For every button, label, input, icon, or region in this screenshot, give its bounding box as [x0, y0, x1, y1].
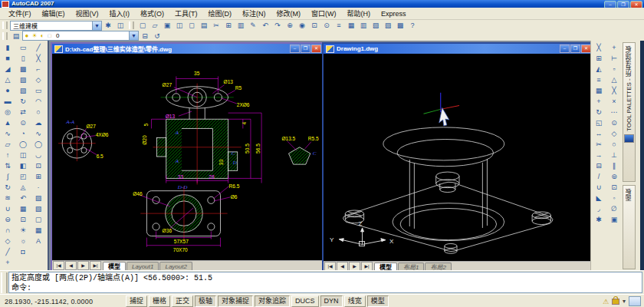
publish-icon[interactable]: ▤	[198, 20, 210, 31]
region-icon[interactable]: ▢	[31, 214, 45, 225]
zoom-realtime-icon[interactable]: ◉	[296, 20, 308, 31]
menu-edit[interactable]: 编辑(E)	[37, 8, 71, 19]
subtract-icon[interactable]: ⊖	[1, 214, 15, 225]
sun-properties-icon[interactable]: ☼	[16, 236, 30, 246]
cylinder-icon[interactable]: ▬	[1, 96, 15, 107]
conceptual-icon[interactable]: ▧	[16, 85, 30, 96]
3d-wireframe-icon[interactable]: ▯	[16, 53, 30, 64]
free-orbit-icon[interactable]: ◯	[16, 139, 30, 150]
line-icon[interactable]: ╱	[31, 42, 45, 53]
iso-view-icon[interactable]: ◬	[16, 182, 30, 193]
chamfer-icon[interactable]: ◣	[592, 193, 606, 203]
menu-insert[interactable]: 插入(I)	[104, 8, 136, 19]
wedge-icon[interactable]: ◢	[1, 64, 15, 74]
sheet-set-manager-icon[interactable]: ▧	[370, 20, 382, 31]
snap-midpoint-icon[interactable]: △	[607, 74, 621, 85]
polysolid-icon[interactable]: ▮	[1, 42, 15, 53]
snap-intersection-icon[interactable]: ╳	[607, 85, 621, 96]
markup-set-manager-icon[interactable]: ▨	[382, 20, 394, 31]
chevron-down-icon[interactable]: ▼	[129, 31, 138, 40]
explode-icon[interactable]: ✱	[592, 214, 606, 225]
revolve-icon[interactable]: ↻	[1, 182, 15, 193]
doc-minimize-button[interactable]: –	[560, 45, 570, 53]
quickcalc-icon[interactable]: ▩	[394, 20, 406, 31]
layer-freeze-icon[interactable]: ☀	[31, 32, 38, 39]
make-object-layer-current-icon[interactable]: ⊟	[139, 31, 151, 41]
tool-palettes-bar[interactable]: TOOL PALETTES - 所有选项板	[623, 42, 636, 182]
doc-close-button[interactable]: ✕	[311, 45, 321, 53]
snap-quadrant-icon[interactable]: ◇	[607, 128, 621, 139]
properties-palette-icon[interactable]: ≡	[333, 20, 345, 31]
box-icon[interactable]: ■	[1, 53, 15, 64]
snap-endpoint-icon[interactable]: ▫	[607, 64, 621, 74]
toolbar-grip[interactable]	[2, 21, 8, 29]
toggle-snap[interactable]: 捕捉	[126, 295, 147, 307]
snap-perpendicular-icon[interactable]: ⊥	[607, 150, 621, 160]
snap-none-icon[interactable]: ∅	[607, 203, 621, 214]
designcenter-icon[interactable]: ▦	[345, 20, 357, 31]
extract-edges-icon[interactable]: ◇	[1, 236, 15, 246]
table-icon[interactable]: ▦	[31, 225, 45, 236]
offset-icon[interactable]: ≡	[592, 74, 606, 85]
toggle-lwt[interactable]: 线宽	[344, 295, 366, 307]
menu-format[interactable]: 格式(O)	[135, 8, 169, 19]
arc-icon[interactable]: ◠	[31, 96, 45, 107]
pyramid-icon[interactable]: ▲	[1, 117, 15, 128]
menu-help[interactable]: 帮助(H)	[342, 8, 376, 19]
loft-icon[interactable]: ≋	[1, 193, 15, 203]
materials-icon[interactable]: ◘	[16, 246, 30, 257]
constrained-orbit-icon[interactable]: ◔	[16, 128, 30, 139]
qnew-icon[interactable]: ▢	[136, 20, 149, 31]
walk-icon[interactable]: ⇄	[16, 107, 30, 117]
insert-block-icon[interactable]: ⊡	[31, 160, 45, 171]
gradient-icon[interactable]: ▧	[31, 203, 45, 214]
mtext-icon[interactable]: A	[31, 236, 45, 246]
2d-wireframe-icon[interactable]: ▭	[16, 42, 30, 53]
hatch-icon[interactable]: ▨	[31, 193, 45, 203]
ellipse-arc-icon[interactable]: ◡	[31, 150, 45, 160]
array-icon[interactable]: ▦	[592, 85, 606, 96]
move-icon[interactable]: +	[592, 96, 606, 107]
break-at-point-icon[interactable]: ⊟	[592, 160, 606, 171]
snap-center-icon[interactable]: ⊙	[607, 117, 621, 128]
status-menu-chevron-icon[interactable]: ▾	[623, 298, 626, 305]
top-view-icon[interactable]: ◰	[16, 171, 30, 182]
intersect-icon[interactable]: ∩	[1, 225, 15, 236]
swivel-icon[interactable]: ↻	[16, 96, 30, 107]
zoom-window-icon[interactable]: ⊡	[308, 20, 320, 31]
toolbar-grip[interactable]	[2, 32, 8, 40]
left-doc-titlebar[interactable]: D:\xh-cad整理\三维实体造型\零件.dwg – ❐ ✕	[52, 44, 322, 54]
snap-tangent-icon[interactable]: ○	[607, 139, 621, 150]
torus-icon[interactable]: ◎	[1, 107, 15, 117]
point-icon[interactable]: ·	[31, 182, 45, 193]
menu-tools[interactable]: 工具(T)	[169, 8, 203, 19]
rectangle-icon[interactable]: ▭	[31, 85, 45, 96]
menu-draw[interactable]: 绘图(D)	[203, 8, 238, 19]
presspull-icon[interactable]: ⇅	[1, 160, 15, 171]
tool-palettes-window-icon[interactable]: ▥	[357, 20, 370, 31]
snap-insert-icon[interactable]: ⊡	[607, 182, 621, 193]
redo-icon[interactable]: ↷	[271, 20, 284, 31]
stretch-icon[interactable]: ↔	[592, 128, 606, 139]
osnap-settings-icon[interactable]: ▣	[607, 214, 621, 225]
previous-view-icon[interactable]: ↶	[16, 193, 30, 203]
save-workspace-icon[interactable]: ◫	[114, 20, 127, 31]
toggle-osnap[interactable]: 对象捕捉	[218, 295, 253, 307]
menu-window[interactable]: 窗口(W)	[306, 8, 342, 19]
snap-parallel-icon[interactable]: ∥	[607, 160, 621, 171]
menu-dimension[interactable]: 标注(N)	[237, 8, 271, 19]
toggle-dyn[interactable]: DYN	[320, 295, 343, 307]
cone-icon[interactable]: △	[1, 74, 15, 85]
ellipse-icon[interactable]: ◯	[31, 139, 45, 150]
command-window-grip[interactable]	[1, 272, 8, 293]
union-icon[interactable]: ∪	[1, 203, 15, 214]
make-block-icon[interactable]: ⊞	[31, 171, 45, 182]
toolbar-lock-icon[interactable]	[612, 299, 619, 305]
plot-icon[interactable]: ◫	[173, 20, 186, 31]
sphere-icon[interactable]: ●	[1, 85, 15, 96]
temporary-track-point-icon[interactable]: +	[607, 42, 621, 53]
toggle-polar[interactable]: 极轴	[195, 295, 216, 307]
rotate-icon[interactable]: ↻	[592, 107, 606, 117]
toolbar-grip[interactable]	[129, 21, 134, 29]
construction-line-icon[interactable]: ╳	[31, 53, 45, 64]
